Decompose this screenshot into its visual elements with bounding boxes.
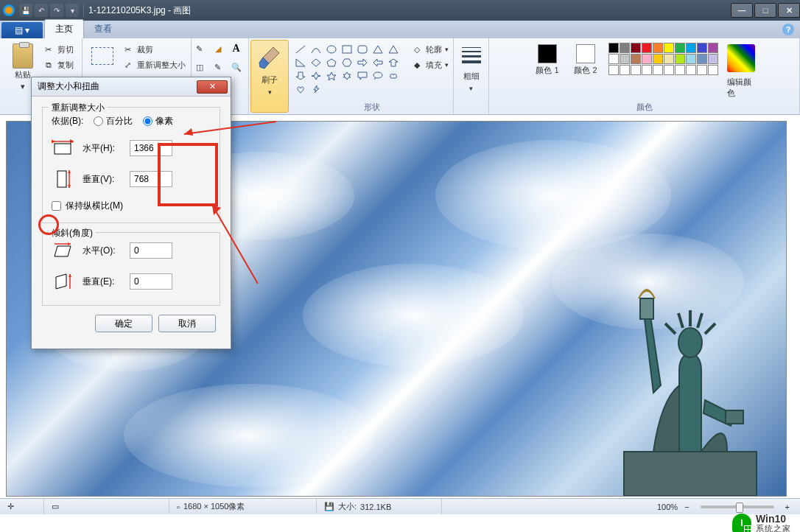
- color-swatch[interactable]: [664, 54, 674, 64]
- color-swatch[interactable]: [675, 54, 685, 64]
- qat-customize-icon[interactable]: ▾: [66, 4, 79, 17]
- fill-tool[interactable]: ◢: [212, 43, 224, 55]
- shape-line[interactable]: [295, 44, 306, 55]
- shape-curve[interactable]: [310, 44, 322, 55]
- shape-lightning[interactable]: [310, 84, 322, 94]
- color-swatch[interactable]: [686, 43, 696, 53]
- shape-arrow-right[interactable]: [357, 57, 368, 68]
- maximize-button[interactable]: □: [754, 3, 776, 18]
- qat-redo-icon[interactable]: ↷: [50, 4, 63, 17]
- color-swatch[interactable]: [697, 43, 707, 53]
- shape-fill-button[interactable]: ◆填充▾: [410, 58, 450, 71]
- zoom-in-button[interactable]: +: [782, 503, 793, 511]
- color-swatch[interactable]: [664, 65, 674, 75]
- color-swatch[interactable]: [653, 65, 663, 75]
- shape-callout-oval[interactable]: [372, 71, 384, 81]
- magnifier-tool[interactable]: 🔍: [231, 61, 242, 73]
- file-menu-button[interactable]: ▤ ▾: [1, 22, 43, 38]
- color-swatch[interactable]: [608, 43, 619, 53]
- shape-triangle[interactable]: [387, 44, 399, 55]
- brush-icon[interactable]: [257, 45, 282, 71]
- shape-callout-rect[interactable]: [357, 71, 368, 81]
- color-swatch[interactable]: [642, 43, 652, 53]
- color-swatch[interactable]: [708, 43, 718, 53]
- shape-arrow-left[interactable]: [372, 57, 384, 68]
- shape-right-triangle[interactable]: [295, 57, 306, 68]
- color-swatch[interactable]: [631, 65, 641, 75]
- color2-button[interactable]: 颜色 2: [570, 43, 601, 77]
- color-swatch[interactable]: [642, 54, 652, 64]
- color-swatch[interactable]: [708, 54, 718, 64]
- shape-heart[interactable]: [295, 84, 306, 94]
- aspect-checkbox[interactable]: [52, 201, 61, 211]
- color-swatch[interactable]: [653, 54, 663, 64]
- radio-pixels[interactable]: 像素: [143, 115, 173, 127]
- copy-button[interactable]: ⧉复制: [41, 58, 75, 71]
- shape-star5[interactable]: [326, 71, 337, 81]
- shape-outline-button[interactable]: ◇轮廓▾: [410, 43, 450, 56]
- color-swatch[interactable]: [686, 54, 696, 64]
- pencil-tool[interactable]: ✎: [194, 43, 206, 55]
- edit-colors-button[interactable]: 编辑颜色: [726, 43, 757, 100]
- close-button[interactable]: ✕: [778, 3, 800, 18]
- color-swatch[interactable]: [664, 43, 674, 53]
- color-swatch[interactable]: [697, 65, 707, 75]
- color-swatch[interactable]: [675, 43, 685, 53]
- shape-hexagon[interactable]: [341, 57, 353, 68]
- help-icon[interactable]: ?: [782, 24, 794, 35]
- color-picker-tool[interactable]: ✎: [212, 61, 224, 73]
- tab-view[interactable]: 查看: [84, 20, 122, 38]
- shape-arrow-down[interactable]: [295, 71, 306, 81]
- color-swatch[interactable]: [620, 54, 630, 64]
- shape-rect[interactable]: [341, 44, 353, 55]
- shape-arrow-up[interactable]: [387, 57, 399, 68]
- color-swatch[interactable]: [675, 65, 685, 75]
- shape-roundrect[interactable]: [357, 44, 368, 55]
- vert-input[interactable]: [130, 171, 172, 187]
- shape-diamond[interactable]: [310, 57, 322, 68]
- shape-pentagon[interactable]: [326, 57, 337, 68]
- shapes-gallery[interactable]: [293, 43, 404, 94]
- radio-percent[interactable]: 百分比: [94, 115, 133, 127]
- dialog-titlebar[interactable]: 调整大小和扭曲 ✕: [32, 77, 231, 97]
- color-swatch[interactable]: [608, 54, 619, 64]
- color-swatch[interactable]: [620, 43, 630, 53]
- select-button[interactable]: [87, 43, 118, 69]
- shape-star6[interactable]: [341, 71, 353, 81]
- color-swatch[interactable]: [608, 65, 619, 75]
- zoom-out-button[interactable]: −: [681, 503, 692, 511]
- ok-button[interactable]: 确定: [95, 315, 152, 332]
- skew-vert-input[interactable]: [130, 273, 172, 290]
- cancel-button[interactable]: 取消: [158, 315, 216, 332]
- scissors-icon: ✂: [43, 43, 55, 55]
- horiz-input[interactable]: [130, 140, 172, 156]
- color-swatch[interactable]: [642, 65, 652, 75]
- color1-button[interactable]: 颜色 1: [532, 43, 563, 77]
- color-swatch[interactable]: [686, 65, 696, 75]
- qat-undo-icon[interactable]: ↶: [35, 4, 48, 17]
- eraser-tool[interactable]: ◫: [194, 61, 206, 73]
- color-swatch[interactable]: [697, 54, 707, 64]
- color-swatch[interactable]: [620, 65, 630, 75]
- skew-horiz-input[interactable]: [130, 242, 172, 259]
- shape-star4[interactable]: [310, 71, 322, 81]
- color-swatch[interactable]: [631, 43, 641, 53]
- crop-button[interactable]: ✂裁剪: [121, 43, 187, 56]
- shape-callout-cloud[interactable]: [387, 71, 399, 81]
- shape-polygon[interactable]: [372, 44, 384, 55]
- radio-pixels-input[interactable]: [143, 116, 152, 126]
- zoom-slider[interactable]: [701, 505, 774, 508]
- shape-oval[interactable]: [326, 44, 337, 55]
- dialog-close-button[interactable]: ✕: [197, 80, 228, 94]
- color-swatch[interactable]: [708, 65, 718, 75]
- qat-save-icon[interactable]: 💾: [19, 4, 32, 17]
- resize-button[interactable]: ⤢重新调整大小: [121, 58, 187, 71]
- cut-button[interactable]: ✂剪切: [41, 43, 75, 56]
- radio-percent-input[interactable]: [94, 116, 103, 126]
- color-swatch[interactable]: [631, 54, 641, 64]
- color-swatch[interactable]: [653, 43, 663, 53]
- minimize-button[interactable]: —: [731, 3, 753, 18]
- text-tool[interactable]: A: [231, 43, 242, 55]
- size-icon[interactable]: [459, 43, 484, 68]
- tab-home[interactable]: 主页: [44, 19, 84, 38]
